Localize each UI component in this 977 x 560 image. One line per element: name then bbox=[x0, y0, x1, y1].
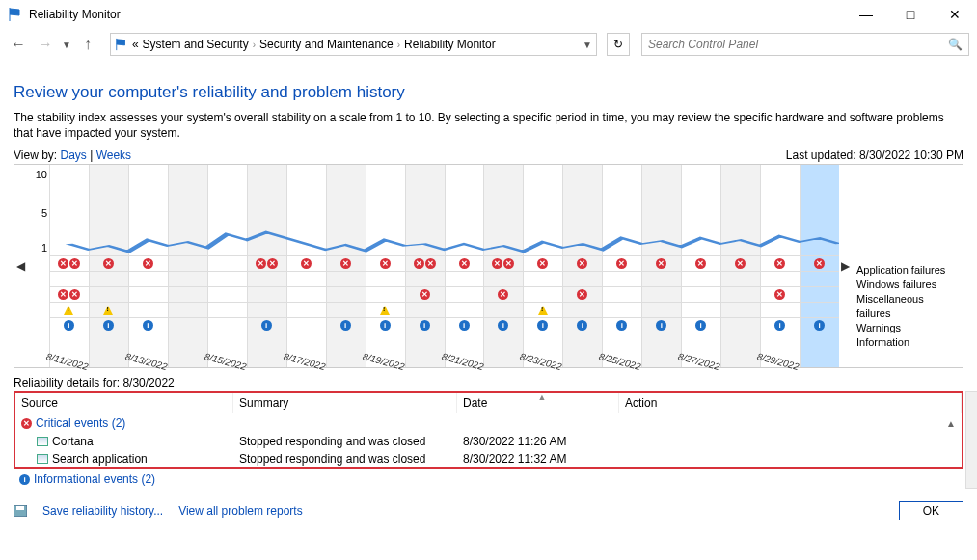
details-table: Source Summary Date▲ Action ✕ Critical e… bbox=[14, 391, 963, 469]
error-icon: ✕ bbox=[492, 258, 502, 269]
info-icon: i bbox=[340, 320, 351, 331]
info-icon: i bbox=[656, 320, 666, 331]
forward-button[interactable]: → bbox=[35, 34, 56, 55]
svg-rect-1 bbox=[16, 506, 24, 510]
stability-line bbox=[49, 165, 839, 253]
search-box[interactable]: 🔍 bbox=[641, 33, 969, 56]
col-action[interactable]: Action bbox=[619, 393, 962, 413]
window-title: Reliability Monitor bbox=[29, 8, 844, 21]
date-label: 8/15/2022 bbox=[204, 326, 255, 372]
error-icon: ✕ bbox=[380, 258, 391, 269]
error-icon: ✕ bbox=[58, 258, 68, 269]
group-informational[interactable]: i Informational events (2) bbox=[14, 469, 963, 489]
date-label: 8/25/2022 bbox=[598, 326, 649, 372]
error-icon: ✕ bbox=[735, 258, 746, 269]
window-buttons: — □ ✕ bbox=[844, 0, 977, 29]
details-header: Reliability details for: 8/30/2022 bbox=[14, 376, 963, 389]
error-icon: ✕ bbox=[267, 258, 278, 269]
date-label: 8/23/2022 bbox=[519, 326, 570, 372]
error-icon: ✕ bbox=[420, 289, 430, 300]
collapse-icon[interactable]: ▲ bbox=[946, 418, 956, 429]
warning-icon bbox=[380, 306, 390, 315]
minimize-button[interactable]: — bbox=[844, 0, 888, 29]
view-weeks-link[interactable]: Weeks bbox=[96, 148, 131, 162]
view-days-link[interactable]: Days bbox=[60, 148, 86, 162]
save-icon bbox=[14, 505, 27, 517]
col-source[interactable]: Source bbox=[15, 393, 233, 413]
breadcrumb-seg[interactable]: System and Security bbox=[143, 38, 249, 51]
page-title: Review your computer's reliability and p… bbox=[14, 83, 963, 102]
warning-icon bbox=[538, 306, 548, 315]
error-icon: ✕ bbox=[577, 258, 587, 269]
footer: Save reliability history... View all pro… bbox=[0, 493, 977, 528]
scroll-left-button[interactable]: ◀ bbox=[14, 165, 26, 367]
last-updated: Last updated: 8/30/2022 10:30 PM bbox=[786, 148, 963, 162]
flag-icon bbox=[8, 7, 23, 22]
error-icon: ✕ bbox=[498, 289, 508, 300]
recent-dropdown[interactable]: ▼ bbox=[62, 40, 71, 50]
error-icon: ✕ bbox=[425, 258, 436, 269]
sort-indicator-icon: ▲ bbox=[538, 392, 547, 402]
search-icon[interactable]: 🔍 bbox=[948, 38, 963, 51]
error-icon: ✕ bbox=[503, 258, 514, 269]
error-icon: ✕ bbox=[814, 258, 825, 269]
error-icon: ✕ bbox=[58, 289, 68, 300]
maximize-button[interactable]: □ bbox=[888, 0, 933, 29]
close-button[interactable]: ✕ bbox=[933, 0, 977, 29]
info-icon: i bbox=[498, 320, 508, 331]
col-summary[interactable]: Summary bbox=[233, 393, 457, 413]
error-icon: ✕ bbox=[21, 418, 32, 429]
error-icon: ✕ bbox=[616, 258, 627, 269]
flag-icon bbox=[115, 38, 128, 51]
date-label: 8/27/2022 bbox=[677, 326, 728, 372]
error-icon: ✕ bbox=[103, 258, 114, 269]
breadcrumb-seg[interactable]: Security and Maintenance bbox=[259, 38, 394, 51]
view-all-reports-link[interactable]: View all problem reports bbox=[178, 504, 303, 518]
error-icon: ✕ bbox=[301, 258, 312, 269]
group-critical[interactable]: ✕ Critical events (2) ▲ bbox=[15, 413, 962, 433]
address-dropdown[interactable]: ▼ bbox=[583, 40, 592, 50]
back-button[interactable]: ← bbox=[8, 34, 29, 55]
title-bar: Reliability Monitor — □ ✕ bbox=[0, 0, 977, 29]
error-icon: ✕ bbox=[577, 289, 587, 300]
info-icon: i bbox=[814, 320, 825, 331]
save-history-link[interactable]: Save reliability history... bbox=[42, 504, 163, 518]
ok-button[interactable]: OK bbox=[899, 501, 963, 520]
app-icon bbox=[37, 454, 48, 464]
date-label: 8/17/2022 bbox=[283, 326, 334, 372]
breadcrumb-seg[interactable]: Reliability Monitor bbox=[404, 38, 496, 51]
view-by-label: View by: bbox=[14, 148, 57, 162]
scroll-right-button[interactable]: ▶ bbox=[839, 165, 851, 367]
date-label: 8/29/2022 bbox=[756, 326, 807, 372]
error-icon: ✕ bbox=[256, 258, 266, 269]
nav-bar: ← → ▼ ↑ « System and Security › Security… bbox=[0, 29, 977, 60]
date-label: 8/11/2022 bbox=[45, 326, 96, 372]
table-row[interactable]: CortanaStopped responding and was closed… bbox=[15, 433, 962, 450]
table-row[interactable]: Search applicationStopped responding and… bbox=[15, 450, 962, 467]
error-icon: ✕ bbox=[656, 258, 666, 269]
app-icon bbox=[37, 437, 48, 446]
info-icon: i bbox=[19, 474, 30, 485]
up-button[interactable]: ↑ bbox=[77, 34, 98, 55]
info-icon: i bbox=[103, 320, 114, 331]
error-icon: ✕ bbox=[69, 289, 80, 300]
warning-icon bbox=[64, 306, 73, 315]
date-label: 8/13/2022 bbox=[124, 326, 176, 372]
page-description: The stability index assesses your system… bbox=[14, 110, 963, 141]
error-icon: ✕ bbox=[459, 258, 470, 269]
address-bar[interactable]: « System and Security › Security and Mai… bbox=[110, 33, 597, 56]
error-icon: ✕ bbox=[143, 258, 153, 269]
error-icon: ✕ bbox=[340, 258, 351, 269]
error-icon: ✕ bbox=[774, 258, 785, 269]
chart-legend: Application failures Windows failures Mi… bbox=[851, 165, 963, 367]
search-input[interactable] bbox=[648, 38, 948, 51]
error-icon: ✕ bbox=[69, 258, 80, 269]
col-date[interactable]: Date▲ bbox=[457, 393, 619, 413]
info-icon: i bbox=[420, 320, 430, 331]
refresh-button[interactable]: ↻ bbox=[607, 33, 630, 56]
y-axis: 10 5 1 bbox=[26, 165, 49, 367]
date-label: 8/19/2022 bbox=[361, 326, 412, 372]
table-header: Source Summary Date▲ Action bbox=[15, 393, 962, 413]
date-label: 8/21/2022 bbox=[440, 326, 491, 372]
scrollbar[interactable] bbox=[965, 391, 977, 489]
